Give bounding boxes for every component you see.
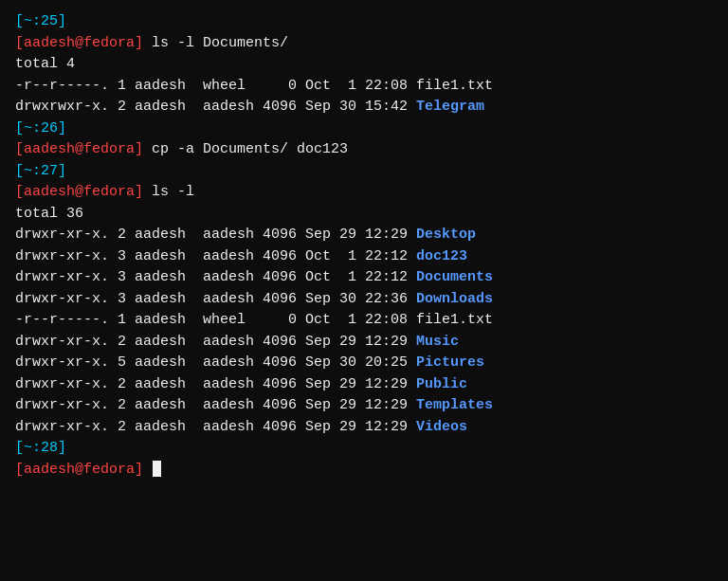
dir-doc123: doc123 bbox=[416, 248, 467, 264]
prompt-user-4: [aadesh@fedora] bbox=[15, 462, 143, 478]
dir-pictures: Pictures bbox=[416, 354, 484, 371]
cmd-3: ls -l bbox=[143, 184, 194, 200]
line-20: drwxr-xr-x. 2 aadesh aadesh 4096 Sep 29 … bbox=[15, 417, 713, 439]
line-4: -r--r-----. 1 aadesh wheel 0 Oct 1 22:08… bbox=[15, 76, 713, 98]
line-11: drwxr-xr-x. 2 aadesh aadesh 4096 Sep 29 … bbox=[15, 225, 713, 246]
text-downloads-prefix: drwxr-xr-x. 3 aadesh aadesh 4096 Sep 30 … bbox=[15, 291, 416, 307]
bracket-27: [~:27] bbox=[15, 163, 66, 179]
dir-downloads: Downloads bbox=[416, 291, 493, 307]
bracket-26: [~:26] bbox=[15, 120, 66, 136]
dir-documents: Documents bbox=[416, 269, 493, 285]
line-2: [aadesh@fedora] ls -l Documents/ bbox=[15, 33, 713, 55]
text-desktop-prefix: drwxr-xr-x. 2 aadesh aadesh 4096 Sep 29 … bbox=[15, 227, 416, 243]
prompt-user-1: [aadesh@fedora] bbox=[15, 35, 143, 51]
text-file1-2: -r--r-----. 1 aadesh wheel 0 Oct 1 22:08… bbox=[15, 312, 493, 328]
line-18: drwxr-xr-x. 2 aadesh aadesh 4096 Sep 29 … bbox=[15, 374, 713, 396]
line-3: total 4 bbox=[15, 54, 713, 76]
cmd-4 bbox=[143, 462, 152, 478]
line-16: drwxr-xr-x. 2 aadesh aadesh 4096 Sep 29 … bbox=[15, 332, 713, 354]
line-15: -r--r-----. 1 aadesh wheel 0 Oct 1 22:08… bbox=[15, 310, 713, 332]
line-5: drwxrwxr-x. 2 aadesh aadesh 4096 Sep 30 … bbox=[15, 97, 713, 118]
cmd-1: ls -l Documents/ bbox=[143, 35, 288, 51]
line-6: [~:26] bbox=[15, 118, 713, 140]
line-22: [aadesh@fedora] bbox=[15, 460, 713, 481]
dir-public: Public bbox=[416, 376, 467, 392]
line-19: drwxr-xr-x. 2 aadesh aadesh 4096 Sep 29 … bbox=[15, 395, 713, 417]
text-videos-prefix: drwxr-xr-x. 2 aadesh aadesh 4096 Sep 29 … bbox=[15, 419, 416, 435]
terminal-cursor bbox=[153, 461, 161, 477]
text-music-prefix: drwxr-xr-x. 2 aadesh aadesh 4096 Sep 29 … bbox=[15, 334, 416, 350]
dir-telegram: Telegram bbox=[416, 99, 484, 115]
dir-templates: Templates bbox=[416, 397, 493, 413]
line-10: total 36 bbox=[15, 204, 713, 226]
bracket-25: [~:25] bbox=[15, 13, 66, 29]
text-pictures-prefix: drwxr-xr-x. 5 aadesh aadesh 4096 Sep 30 … bbox=[15, 354, 416, 371]
text-public-prefix: drwxr-xr-x. 2 aadesh aadesh 4096 Sep 29 … bbox=[15, 376, 416, 392]
line-21: [~:28] bbox=[15, 438, 713, 460]
line-13: drwxr-xr-x. 3 aadesh aadesh 4096 Oct 1 2… bbox=[15, 267, 713, 289]
bracket-28: [~:28] bbox=[15, 440, 66, 456]
line-7: [aadesh@fedora] cp -a Documents/ doc123 bbox=[15, 139, 713, 161]
text-documents-prefix: drwxr-xr-x. 3 aadesh aadesh 4096 Oct 1 2… bbox=[15, 269, 416, 285]
text-total36: total 36 bbox=[15, 206, 83, 222]
line-1: [~:25] bbox=[15, 11, 713, 33]
prompt-user-2: [aadesh@fedora] bbox=[15, 141, 143, 157]
line-9: [aadesh@fedora] ls -l bbox=[15, 182, 713, 204]
text-telegram-prefix: drwxrwxr-x. 2 aadesh aadesh 4096 Sep 30 … bbox=[15, 99, 416, 115]
text-templates-prefix: drwxr-xr-x. 2 aadesh aadesh 4096 Sep 29 … bbox=[15, 397, 416, 413]
line-17: drwxr-xr-x. 5 aadesh aadesh 4096 Sep 30 … bbox=[15, 353, 713, 374]
line-14: drwxr-xr-x. 3 aadesh aadesh 4096 Sep 30 … bbox=[15, 289, 713, 311]
dir-videos: Videos bbox=[416, 419, 467, 435]
dir-desktop: Desktop bbox=[416, 227, 476, 243]
text-doc123-prefix: drwxr-xr-x. 3 aadesh aadesh 4096 Oct 1 2… bbox=[15, 248, 416, 264]
cmd-2: cp -a Documents/ doc123 bbox=[143, 141, 348, 157]
dir-music: Music bbox=[416, 334, 459, 350]
line-12: drwxr-xr-x. 3 aadesh aadesh 4096 Oct 1 2… bbox=[15, 246, 713, 268]
text-total4: total 4 bbox=[15, 56, 75, 72]
terminal-window: [~:25] [aadesh@fedora] ls -l Documents/ … bbox=[15, 11, 713, 481]
line-8: [~:27] bbox=[15, 161, 713, 183]
prompt-user-3: [aadesh@fedora] bbox=[15, 184, 143, 200]
text-file1: -r--r-----. 1 aadesh wheel 0 Oct 1 22:08… bbox=[15, 78, 493, 94]
